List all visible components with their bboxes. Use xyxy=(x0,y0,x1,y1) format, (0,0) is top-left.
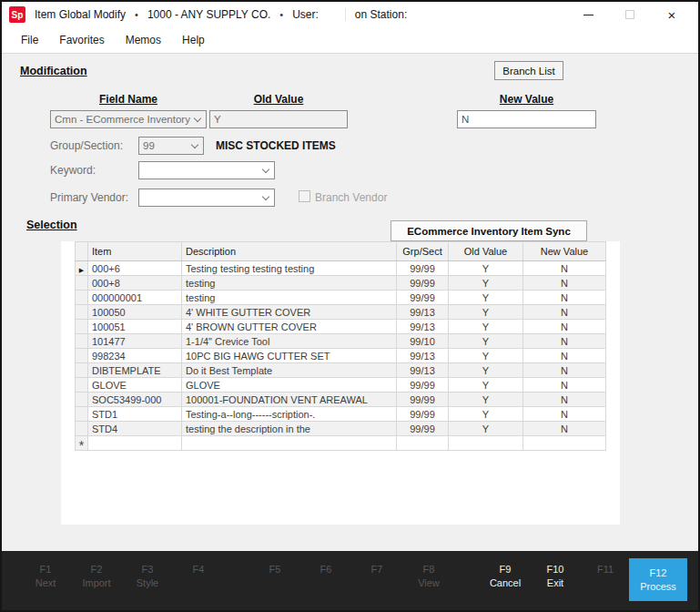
column-header-new-value[interactable]: New Value xyxy=(523,242,606,261)
fn-f12-process-button[interactable]: F12Process xyxy=(629,558,687,601)
menu-help[interactable]: Help xyxy=(179,32,208,48)
cell-new-value[interactable]: N xyxy=(523,291,606,305)
minimize-button[interactable] xyxy=(567,2,609,27)
cell-description[interactable]: 10PC BIG HAWG CUTTER SET xyxy=(182,349,397,363)
menu-file[interactable]: File xyxy=(18,32,41,48)
row-selector[interactable] xyxy=(76,378,88,393)
cell-grp-sect[interactable]: 99/99 xyxy=(397,261,449,276)
column-header-grp-sect[interactable]: Grp/Sect xyxy=(397,242,449,261)
menu-memos[interactable]: Memos xyxy=(123,32,164,48)
cell-old-value[interactable] xyxy=(449,436,523,451)
cell-new-value[interactable]: N xyxy=(523,349,606,363)
cell-new-value[interactable] xyxy=(523,436,606,451)
cell-item[interactable]: DIBTEMPLATE xyxy=(88,363,182,378)
cell-grp-sect[interactable]: 99/99 xyxy=(397,378,449,393)
row-selector[interactable] xyxy=(76,334,88,349)
cell-old-value[interactable]: Y xyxy=(449,393,523,407)
cell-grp-sect[interactable] xyxy=(397,436,449,451)
table-row[interactable]: SOC53499-000100001-FOUNDATION VENT AREAW… xyxy=(76,393,606,407)
cell-old-value[interactable]: Y xyxy=(449,363,523,378)
row-selector[interactable] xyxy=(76,276,88,291)
cell-item[interactable]: GLOVE xyxy=(88,378,182,393)
column-header-item[interactable]: Item xyxy=(88,242,182,261)
menu-favorites[interactable]: Favorites xyxy=(56,32,107,48)
cell-item[interactable]: STD4 xyxy=(88,422,182,436)
table-row[interactable]: STD4testing the description in the99/99Y… xyxy=(76,422,606,436)
cell-description[interactable] xyxy=(182,436,397,451)
fn-f9-cancel-button[interactable]: F9Cancel xyxy=(480,564,531,589)
cell-description[interactable]: testing xyxy=(182,291,397,305)
cell-item[interactable] xyxy=(88,436,182,451)
table-row[interactable]: GLOVEGLOVE99/99YN xyxy=(76,378,606,393)
cell-item[interactable]: 101477 xyxy=(88,334,182,349)
new-row-marker[interactable]: * xyxy=(76,436,88,451)
cell-new-value[interactable]: N xyxy=(523,378,606,393)
cell-grp-sect[interactable]: 99/13 xyxy=(397,320,449,334)
new-value-input[interactable]: N xyxy=(457,110,596,128)
row-selector[interactable] xyxy=(76,305,88,320)
cell-old-value[interactable]: Y xyxy=(449,291,523,305)
table-row[interactable]: DIBTEMPLATEDo it Best Template99/13YN xyxy=(76,363,606,378)
cell-new-value[interactable]: N xyxy=(523,320,606,334)
row-selector[interactable] xyxy=(76,393,88,407)
cell-old-value[interactable]: Y xyxy=(449,276,523,291)
cell-description[interactable]: 1-1/4" Crevice Tool xyxy=(182,334,397,349)
cell-new-value[interactable]: N xyxy=(523,334,606,349)
cell-new-value[interactable]: N xyxy=(523,407,606,422)
cell-old-value[interactable]: Y xyxy=(449,261,523,276)
table-row[interactable]: 000000001testing99/99YN xyxy=(76,291,606,305)
cell-old-value[interactable]: Y xyxy=(449,422,523,436)
cell-item[interactable]: 998234 xyxy=(88,349,182,363)
new-row[interactable]: * xyxy=(76,436,606,451)
table-row[interactable]: 99823410PC BIG HAWG CUTTER SET99/13YN xyxy=(76,349,606,363)
row-selector[interactable] xyxy=(76,320,88,334)
table-row[interactable]: 1014771-1/4" Crevice Tool99/10YN xyxy=(76,334,606,349)
cell-item[interactable]: 100051 xyxy=(88,320,182,334)
close-button[interactable]: × xyxy=(651,2,693,27)
group-section-select[interactable]: 99 xyxy=(138,137,204,155)
table-row[interactable]: 000+8testing99/99YN xyxy=(76,276,606,291)
cell-new-value[interactable]: N xyxy=(523,363,606,378)
cell-grp-sect[interactable]: 99/10 xyxy=(397,334,449,349)
table-row[interactable]: 1000514' BROWN GUTTER COVER99/13YN xyxy=(76,320,606,334)
cell-grp-sect[interactable]: 99/99 xyxy=(397,291,449,305)
keyword-select[interactable] xyxy=(138,161,275,179)
row-selector[interactable] xyxy=(76,363,88,378)
cell-item[interactable]: 000000001 xyxy=(88,291,182,305)
cell-old-value[interactable]: Y xyxy=(449,334,523,349)
cell-old-value[interactable]: Y xyxy=(449,378,523,393)
cell-description[interactable]: GLOVE xyxy=(182,378,397,393)
cell-grp-sect[interactable]: 99/99 xyxy=(397,407,449,422)
row-selector[interactable] xyxy=(76,422,88,436)
table-row[interactable]: ▶000+6Testing testing testing testing99/… xyxy=(76,261,606,276)
cell-new-value[interactable]: N xyxy=(523,393,606,407)
cell-grp-sect[interactable]: 99/99 xyxy=(397,276,449,291)
row-selector[interactable] xyxy=(76,349,88,363)
cell-item[interactable]: 000+8 xyxy=(88,276,182,291)
branch-list-button[interactable]: Branch List xyxy=(494,61,563,80)
cell-description[interactable]: 100001-FOUNDATION VENT AREAWAL xyxy=(182,393,397,407)
cell-description[interactable]: Testing testing testing testing xyxy=(182,261,397,276)
cell-description[interactable]: testing xyxy=(182,276,397,291)
cell-description[interactable]: testing the description in the xyxy=(182,422,397,436)
cell-item[interactable]: 000+6 xyxy=(88,261,182,276)
cell-grp-sect[interactable]: 99/13 xyxy=(397,349,449,363)
fn-f10-exit-button[interactable]: F10Exit xyxy=(530,564,581,589)
cell-description[interactable]: Testing-a--long------scription-. xyxy=(182,407,397,422)
active-row-marker[interactable]: ▶ xyxy=(76,261,88,276)
table-row[interactable]: STD1Testing-a--long------scription-.99/9… xyxy=(76,407,606,422)
cell-new-value[interactable]: N xyxy=(523,305,606,320)
row-selector[interactable] xyxy=(76,407,88,422)
cell-new-value[interactable]: N xyxy=(523,261,606,276)
cell-grp-sect[interactable]: 99/99 xyxy=(397,393,449,407)
cell-item[interactable]: SOC53499-000 xyxy=(88,393,182,407)
cell-item[interactable]: STD1 xyxy=(88,407,182,422)
cell-item[interactable]: 100050 xyxy=(88,305,182,320)
cell-old-value[interactable]: Y xyxy=(449,349,523,363)
field-name-select[interactable]: Cmn - ECommerce Inventory xyxy=(50,110,207,128)
cell-grp-sect[interactable]: 99/99 xyxy=(397,422,449,436)
column-header-description[interactable]: Description xyxy=(182,242,397,261)
cell-new-value[interactable]: N xyxy=(523,276,606,291)
cell-grp-sect[interactable]: 99/13 xyxy=(397,363,449,378)
cell-description[interactable]: 4' BROWN GUTTER COVER xyxy=(182,320,397,334)
